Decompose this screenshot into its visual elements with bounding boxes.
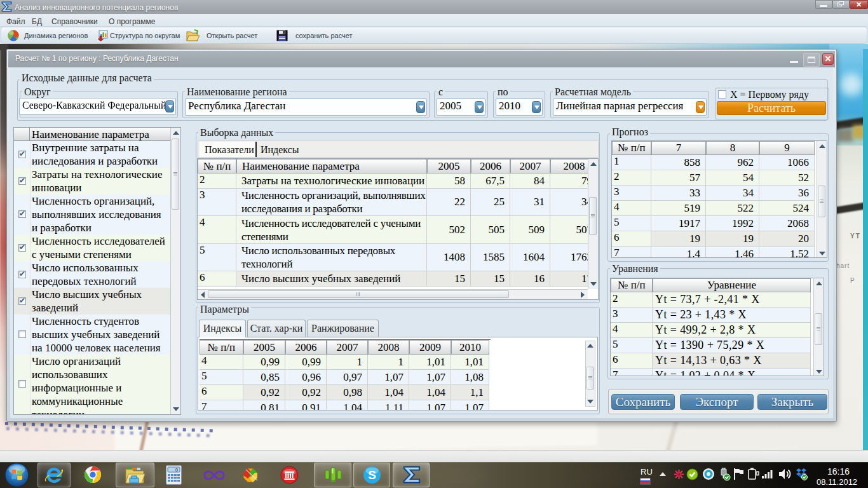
svg-text:0: 0: [175, 468, 178, 472]
svg-text:S: S: [368, 468, 376, 482]
